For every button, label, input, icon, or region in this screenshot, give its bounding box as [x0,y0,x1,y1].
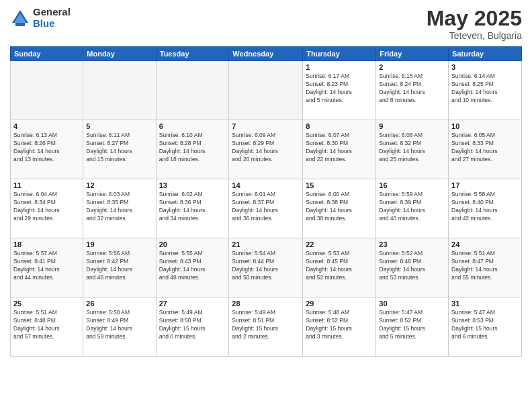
col-thursday: Thursday [303,47,376,61]
day-number: 26 [86,300,152,308]
day-info: Sunrise: 6:09 AM Sunset: 8:29 PM Dayligh… [232,132,300,164]
day-number: 22 [306,240,373,248]
day-number: 23 [379,240,445,248]
day-number: 17 [451,181,519,189]
day-info: Sunrise: 6:01 AM Sunset: 8:37 PM Dayligh… [232,191,300,223]
day-number: 29 [306,300,373,308]
day-number: 15 [306,181,373,189]
title-block: May 2025 Teteven, Bulgaria [427,7,522,41]
day-info: Sunrise: 6:07 AM Sunset: 8:30 PM Dayligh… [306,132,373,164]
calendar-header-row: Sunday Monday Tuesday Wednesday Thursday… [11,47,522,61]
day-number: 25 [13,300,80,308]
svg-rect-2 [15,23,25,26]
table-row [229,61,303,120]
day-info: Sunrise: 6:14 AM Sunset: 8:25 PM Dayligh… [451,73,519,105]
day-number: 19 [86,240,152,248]
day-number: 18 [13,240,80,248]
calendar-week-3: 11Sunrise: 6:04 AM Sunset: 8:34 PM Dayli… [11,179,522,238]
table-row: 5Sunrise: 6:11 AM Sunset: 8:27 PM Daylig… [83,120,156,179]
day-number: 13 [159,181,226,189]
table-row: 26Sunrise: 5:50 AM Sunset: 8:49 PM Dayli… [83,298,156,357]
table-row: 15Sunrise: 6:00 AM Sunset: 8:38 PM Dayli… [303,179,376,238]
table-row: 3Sunrise: 6:14 AM Sunset: 8:25 PM Daylig… [449,61,522,120]
day-info: Sunrise: 6:02 AM Sunset: 8:36 PM Dayligh… [159,191,226,223]
day-info: Sunrise: 6:17 AM Sunset: 8:23 PM Dayligh… [306,73,373,105]
logo-icon [10,8,30,28]
calendar-table: Sunday Monday Tuesday Wednesday Thursday… [10,46,522,357]
day-info: Sunrise: 6:05 AM Sunset: 8:33 PM Dayligh… [451,132,519,164]
day-number: 20 [159,240,226,248]
logo-text: General Blue [33,7,71,29]
day-number: 21 [232,240,300,248]
table-row: 17Sunrise: 5:58 AM Sunset: 8:40 PM Dayli… [449,179,522,238]
day-number: 10 [451,122,519,130]
table-row: 21Sunrise: 5:54 AM Sunset: 8:44 PM Dayli… [229,238,303,298]
table-row: 9Sunrise: 6:06 AM Sunset: 8:32 PM Daylig… [376,120,449,179]
day-number: 30 [379,300,445,308]
calendar-week-2: 4Sunrise: 6:13 AM Sunset: 8:26 PM Daylig… [11,120,522,179]
table-row [83,61,156,120]
day-info: Sunrise: 5:48 AM Sunset: 8:52 PM Dayligh… [306,309,373,341]
day-number: 2 [379,63,445,71]
table-row: 31Sunrise: 5:47 AM Sunset: 8:53 PM Dayli… [449,298,522,357]
col-sunday: Sunday [11,47,83,61]
table-row: 18Sunrise: 5:57 AM Sunset: 8:41 PM Dayli… [11,238,83,298]
table-row: 19Sunrise: 5:56 AM Sunset: 8:42 PM Dayli… [83,238,156,298]
day-info: Sunrise: 5:55 AM Sunset: 8:43 PM Dayligh… [159,250,226,282]
day-info: Sunrise: 6:04 AM Sunset: 8:34 PM Dayligh… [13,191,80,223]
table-row [11,61,83,120]
table-row: 1Sunrise: 6:17 AM Sunset: 8:23 PM Daylig… [303,61,376,120]
day-number: 1 [306,63,373,71]
day-info: Sunrise: 5:47 AM Sunset: 8:52 PM Dayligh… [379,309,445,341]
day-number: 24 [451,240,519,248]
day-info: Sunrise: 5:49 AM Sunset: 8:50 PM Dayligh… [159,309,226,341]
title-month: May 2025 [427,7,522,30]
day-number: 28 [232,300,300,308]
header: General Blue May 2025 Teteven, Bulgaria [10,7,522,41]
table-row: 6Sunrise: 6:10 AM Sunset: 8:28 PM Daylig… [156,120,229,179]
table-row: 30Sunrise: 5:47 AM Sunset: 8:52 PM Dayli… [376,298,449,357]
table-row: 14Sunrise: 6:01 AM Sunset: 8:37 PM Dayli… [229,179,303,238]
day-info: Sunrise: 5:57 AM Sunset: 8:41 PM Dayligh… [13,250,80,282]
col-monday: Monday [83,47,156,61]
day-number: 16 [379,181,445,189]
day-number: 5 [86,122,152,130]
day-info: Sunrise: 5:56 AM Sunset: 8:42 PM Dayligh… [86,250,152,282]
day-number: 14 [232,181,300,189]
day-number: 27 [159,300,226,308]
day-info: Sunrise: 5:49 AM Sunset: 8:51 PM Dayligh… [232,309,300,341]
col-wednesday: Wednesday [229,47,303,61]
table-row: 24Sunrise: 5:51 AM Sunset: 8:47 PM Dayli… [449,238,522,298]
col-tuesday: Tuesday [156,47,229,61]
table-row: 28Sunrise: 5:49 AM Sunset: 8:51 PM Dayli… [229,298,303,357]
calendar-week-1: 1Sunrise: 6:17 AM Sunset: 8:23 PM Daylig… [11,61,522,120]
day-info: Sunrise: 5:53 AM Sunset: 8:45 PM Dayligh… [306,250,373,282]
logo-general-text: General [33,7,71,18]
day-info: Sunrise: 5:47 AM Sunset: 8:53 PM Dayligh… [451,309,519,341]
calendar-week-4: 18Sunrise: 5:57 AM Sunset: 8:41 PM Dayli… [11,238,522,298]
table-row: 7Sunrise: 6:09 AM Sunset: 8:29 PM Daylig… [229,120,303,179]
table-row: 8Sunrise: 6:07 AM Sunset: 8:30 PM Daylig… [303,120,376,179]
day-number: 9 [379,122,445,130]
day-number: 7 [232,122,300,130]
table-row: 12Sunrise: 6:03 AM Sunset: 8:35 PM Dayli… [83,179,156,238]
table-row: 10Sunrise: 6:05 AM Sunset: 8:33 PM Dayli… [449,120,522,179]
day-info: Sunrise: 5:58 AM Sunset: 8:40 PM Dayligh… [451,191,519,223]
table-row [156,61,229,120]
table-row: 2Sunrise: 6:15 AM Sunset: 8:24 PM Daylig… [376,61,449,120]
page: General Blue May 2025 Teteven, Bulgaria … [0,0,532,411]
table-row: 11Sunrise: 6:04 AM Sunset: 8:34 PM Dayli… [11,179,83,238]
title-location: Teteven, Bulgaria [427,30,522,41]
day-info: Sunrise: 5:54 AM Sunset: 8:44 PM Dayligh… [232,250,300,282]
day-info: Sunrise: 5:50 AM Sunset: 8:49 PM Dayligh… [86,309,152,341]
logo: General Blue [10,7,71,29]
day-number: 8 [306,122,373,130]
day-info: Sunrise: 6:11 AM Sunset: 8:27 PM Dayligh… [86,132,152,164]
table-row: 16Sunrise: 5:59 AM Sunset: 8:39 PM Dayli… [376,179,449,238]
table-row: 23Sunrise: 5:52 AM Sunset: 8:46 PM Dayli… [376,238,449,298]
day-info: Sunrise: 6:13 AM Sunset: 8:26 PM Dayligh… [13,132,80,164]
table-row: 4Sunrise: 6:13 AM Sunset: 8:26 PM Daylig… [11,120,83,179]
day-info: Sunrise: 6:06 AM Sunset: 8:32 PM Dayligh… [379,132,445,164]
day-info: Sunrise: 5:59 AM Sunset: 8:39 PM Dayligh… [379,191,445,223]
col-saturday: Saturday [449,47,522,61]
